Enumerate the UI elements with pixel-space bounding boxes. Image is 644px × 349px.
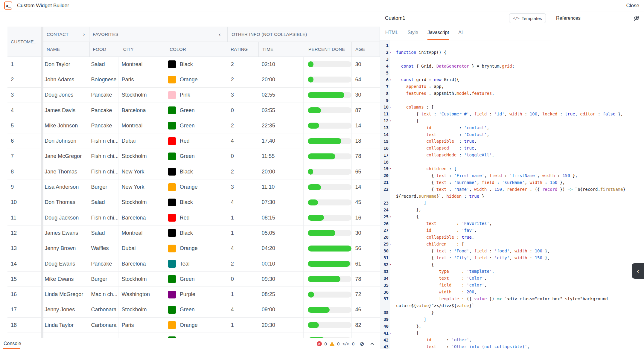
- cell-customer-number[interactable]: 1: [7, 57, 39, 72]
- code-line[interactable]: 17 collapseMode : 'toggleAll',: [380, 152, 644, 159]
- column-header-city[interactable]: CITY: [120, 42, 166, 57]
- cell-time[interactable]: 20:00: [258, 72, 304, 87]
- column-header-food[interactable]: FOOD: [90, 42, 120, 57]
- cell-time[interactable]: 05:05: [258, 225, 304, 240]
- chevron-left-icon[interactable]: ‹: [219, 31, 221, 37]
- cell-color[interactable]: Teal: [165, 256, 227, 271]
- cell-name[interactable]: Mike Ewans: [41, 272, 88, 286]
- cell-rating[interactable]: 4: [227, 133, 258, 148]
- error-icon[interactable]: ✕: [317, 341, 322, 346]
- cell-city[interactable]: Barcelona: [118, 103, 165, 118]
- cell-rating[interactable]: 0: [227, 333, 258, 338]
- cell-name[interactable]: Jenny Brown: [41, 241, 88, 256]
- cell-rating[interactable]: 2: [227, 256, 258, 271]
- cell-rating[interactable]: 0: [227, 103, 258, 118]
- cell-customer-number[interactable]: 19: [7, 333, 39, 338]
- clear-console-icon[interactable]: ⊘: [360, 341, 364, 347]
- table-row[interactable]: 7Jane McGregorFish n chi...StockholmGree…: [7, 149, 380, 164]
- cell-name[interactable]: Doug Jackson: [41, 210, 88, 225]
- cell-city[interactable]: Montreal: [118, 57, 165, 72]
- code-line[interactable]: 36 width : 200,: [380, 289, 644, 295]
- table-row[interactable]: 18Linda TaylorCarbonaraParisOrange120:30…: [7, 318, 380, 333]
- cell-percent-done[interactable]: [304, 210, 351, 225]
- column-header-percent-done[interactable]: PERCENT DONE: [304, 42, 352, 57]
- cell-name[interactable]: Daniel Wilson: [41, 333, 88, 338]
- code-line[interactable]: 29▾ children : [: [380, 241, 644, 248]
- cell-city[interactable]: Stockholm: [118, 195, 165, 210]
- cell-percent-done[interactable]: [304, 57, 351, 72]
- column-header-age[interactable]: AGE: [352, 42, 380, 57]
- cell-city[interactable]: Stockholm: [118, 302, 165, 317]
- table-row[interactable]: 19Daniel WilsonFish n chi...ParisGreen00…: [7, 333, 380, 338]
- close-button[interactable]: Close: [626, 3, 639, 9]
- code-line[interactable]: 5: [380, 70, 644, 77]
- cell-color[interactable]: Black: [165, 225, 227, 240]
- cell-food[interactable]: Fish n chi...: [88, 149, 118, 164]
- cell-food[interactable]: Salad: [88, 225, 118, 240]
- group-header-favorites[interactable]: FAVORITES ‹: [89, 27, 228, 42]
- code-line[interactable]: 33 type : 'template',: [380, 268, 644, 275]
- cell-name[interactable]: Lisa Anderson: [41, 179, 88, 194]
- cell-rating[interactable]: 4: [227, 195, 258, 210]
- cell-percent-done[interactable]: [304, 88, 351, 103]
- cell-city[interactable]: Stockholm: [118, 149, 165, 164]
- cell-age[interactable]: 72: [352, 287, 380, 302]
- cell-food[interactable]: Burger: [88, 179, 118, 194]
- eye-off-icon[interactable]: [633, 15, 640, 22]
- cell-percent-done[interactable]: [304, 133, 351, 148]
- tab-style[interactable]: Style: [408, 25, 418, 40]
- cell-rating[interactable]: 2: [227, 57, 258, 72]
- cell-rating[interactable]: 1: [227, 318, 258, 333]
- cell-food[interactable]: Burger: [88, 272, 118, 286]
- cell-customer-number[interactable]: 5: [7, 118, 39, 133]
- cell-food[interactable]: Bolognese: [88, 72, 118, 87]
- code-line[interactable]: 21 { text : 'Surname', field : 'surName'…: [380, 179, 644, 186]
- cell-percent-done[interactable]: [304, 103, 351, 118]
- cell-time[interactable]: 20:00: [258, 164, 304, 179]
- cell-percent-done[interactable]: [304, 225, 351, 240]
- table-row[interactable]: 6Don JohnsonFish n chi...DubaiRed417:401…: [7, 133, 380, 149]
- cell-age[interactable]: 78: [352, 272, 380, 286]
- fold-arrow-icon[interactable]: ▾: [389, 243, 396, 246]
- cell-percent-done[interactable]: [304, 72, 351, 87]
- code-line[interactable]: 10▾ columns : [: [380, 104, 644, 111]
- cell-rating[interactable]: 0: [227, 149, 258, 164]
- cell-name[interactable]: Jane Thomas: [41, 164, 88, 179]
- cell-city[interactable]: Dubai: [118, 133, 165, 148]
- cell-name[interactable]: James Davis: [41, 103, 88, 118]
- cell-food[interactable]: Fish n chi...: [88, 164, 118, 179]
- code-line[interactable]: 28 collapsible : true,: [380, 234, 644, 241]
- cell-food[interactable]: Pancake: [88, 118, 118, 133]
- fold-arrow-icon[interactable]: ▾: [389, 78, 396, 81]
- cell-food[interactable]: Carbonara: [88, 318, 118, 333]
- cell-food[interactable]: Fish n chi...: [88, 133, 118, 148]
- cell-color[interactable]: Black: [165, 164, 227, 179]
- cell-customer-number[interactable]: 9: [7, 179, 39, 194]
- cell-age[interactable]: 45: [352, 195, 380, 210]
- cell-age[interactable]: 46: [352, 302, 380, 317]
- table-row[interactable]: 8Jane ThomasFish n chi...New YorkBlack22…: [7, 164, 380, 179]
- cell-age[interactable]: 87: [352, 103, 380, 118]
- cell-time[interactable]: 03:55: [258, 103, 304, 118]
- cell-age[interactable]: 30: [352, 225, 380, 240]
- cell-customer-number[interactable]: 15: [7, 272, 39, 286]
- code-line[interactable]: 38 }: [380, 309, 644, 316]
- cell-customer-number[interactable]: 13: [7, 241, 39, 256]
- table-row[interactable]: 12James EwansSaladMontrealBlack105:0530: [7, 225, 380, 241]
- code-line[interactable]: 4 const { Grid, DataGenerator } = bryntu…: [380, 63, 644, 70]
- cell-city[interactable]: Barcelona: [118, 210, 165, 225]
- cell-time[interactable]: 07:30: [258, 195, 304, 210]
- table-row[interactable]: 3Doug JonesPancakeStockholmPink302:5530: [7, 88, 380, 103]
- chevron-up-icon[interactable]: [370, 342, 374, 346]
- code-line[interactable]: 13 id : 'contact',: [380, 124, 644, 131]
- code-line[interactable]: 19▾ children : [: [380, 165, 644, 172]
- cell-customer-number[interactable]: 3: [7, 88, 39, 103]
- cell-age[interactable]: 18: [352, 133, 380, 148]
- cell-percent-done[interactable]: [304, 256, 351, 271]
- cell-color[interactable]: Green: [165, 272, 227, 286]
- cell-rating[interactable]: 4: [227, 302, 258, 317]
- cell-time[interactable]: 00:10: [258, 256, 304, 271]
- cell-time[interactable]: 17:40: [258, 133, 304, 148]
- fold-arrow-icon[interactable]: ▾: [389, 215, 396, 218]
- cell-rating[interactable]: 3: [227, 88, 258, 103]
